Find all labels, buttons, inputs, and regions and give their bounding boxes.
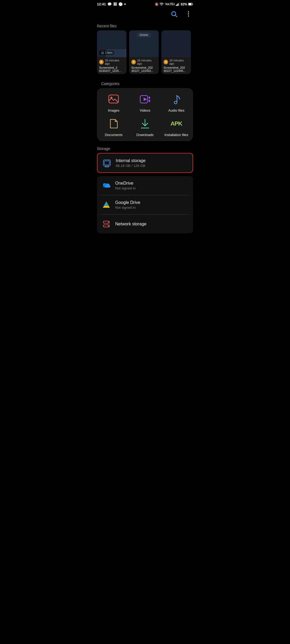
- onedrive-sub: Not signed in: [115, 186, 136, 190]
- status-bar: 12:41 💬 🖼 🕐 🔇 VoLTE1 82%: [93, 0, 197, 7]
- internal-storage-sub: 68.18 GB / 128 GB: [116, 164, 146, 168]
- svg-rect-1: [177, 4, 177, 6]
- videos-icon: [138, 92, 152, 106]
- gallery-icon: 🖼: [113, 2, 117, 6]
- app-badge: B: [99, 60, 104, 64]
- onedrive-icon: [101, 180, 111, 191]
- svg-point-36: [108, 225, 109, 226]
- dot-icon: [124, 3, 126, 5]
- category-images[interactable]: Images: [99, 92, 128, 112]
- svg-line-8: [175, 15, 177, 17]
- svg-point-35: [108, 222, 109, 223]
- categories-grid: Images Videos A: [97, 88, 193, 141]
- svg-rect-25: [104, 161, 109, 165]
- category-documents[interactable]: Documents: [99, 117, 128, 137]
- battery-icon: [188, 3, 193, 6]
- internal-storage-icon: [102, 158, 112, 168]
- downloads-icon: [138, 117, 152, 131]
- category-audio[interactable]: Audio files: [162, 92, 191, 112]
- status-left: 12:41 💬 🖼 🕐: [97, 2, 126, 6]
- svg-marker-32: [103, 206, 110, 208]
- recent-files-label: Recent files: [93, 21, 197, 30]
- more-icon: [185, 10, 192, 17]
- svg-rect-6: [189, 3, 191, 5]
- battery-text: 82%: [181, 2, 187, 6]
- category-downloads[interactable]: Downloads: [130, 117, 160, 137]
- audio-icon: [169, 92, 183, 106]
- storage-internal[interactable]: Internal storage 68.18 GB / 128 GB: [97, 153, 193, 172]
- documents-icon: [107, 117, 121, 131]
- time: 12:41: [97, 2, 106, 6]
- svg-rect-3: [179, 3, 179, 6]
- clock-icon: 🕐: [118, 2, 123, 6]
- images-label: Images: [108, 108, 119, 112]
- onedrive-name: OneDrive: [115, 181, 136, 186]
- svg-marker-17: [144, 98, 147, 101]
- search-icon: [171, 10, 177, 17]
- category-videos[interactable]: Videos: [130, 92, 160, 112]
- audio-label: Audio files: [168, 108, 184, 112]
- recent-files-list: 1 1 item B 16 minutes ago Screenshot_202…: [93, 30, 197, 74]
- apk-label: Installation files: [164, 133, 188, 137]
- downloads-label: Downloads: [136, 133, 154, 137]
- svg-point-10: [188, 13, 189, 14]
- signal-icon: [176, 3, 180, 6]
- search-button[interactable]: [169, 9, 179, 19]
- svg-point-11: [188, 16, 189, 17]
- category-apk[interactable]: APK Installation files: [162, 117, 191, 137]
- app-badge: B: [164, 60, 168, 64]
- storage-label: Storage: [97, 147, 193, 151]
- svg-rect-18: [149, 97, 150, 99]
- googledrive-sub: Not signed in: [115, 206, 140, 210]
- storage-section: Storage Internal storage 68.18 GB / 128 …: [93, 141, 197, 233]
- categories-label: Categories: [97, 78, 193, 88]
- googledrive-icon: [101, 200, 111, 210]
- svg-point-20: [174, 101, 177, 104]
- svg-rect-0: [176, 5, 177, 6]
- app-badge: B: [131, 60, 136, 64]
- googledrive-name: Google Drive: [115, 200, 140, 205]
- internal-storage-name: Internal storage: [116, 158, 146, 163]
- network-storage-icon: [101, 219, 111, 229]
- whatsapp-icon: 💬: [107, 2, 112, 6]
- svg-point-9: [188, 11, 189, 12]
- storage-googledrive[interactable]: Google Drive Not signed in: [97, 195, 193, 214]
- svg-rect-19: [149, 100, 150, 102]
- storage-onedrive[interactable]: OneDrive Not signed in: [97, 176, 193, 195]
- wifi-icon: [160, 3, 164, 6]
- svg-rect-2: [178, 3, 179, 6]
- storage-network[interactable]: Network storage: [97, 215, 193, 233]
- categories-section: Categories Images: [93, 74, 197, 141]
- list-item[interactable]: 1 1 item B 16 minutes ago Screenshot_202…: [97, 30, 126, 74]
- videos-label: Videos: [140, 108, 150, 112]
- recent-files-section: Recent files 1 1 item B 16 minutes ago S…: [93, 21, 197, 74]
- more-options-button[interactable]: [184, 9, 193, 19]
- network-storage-name: Network storage: [115, 222, 147, 226]
- apk-icon: APK: [169, 117, 183, 131]
- list-item[interactable]: Delete B 16 minutes ago Screenshot_20230…: [129, 30, 159, 74]
- svg-rect-5: [193, 4, 193, 5]
- mute-icon: 🔇: [155, 2, 159, 6]
- status-right: 🔇 VoLTE1 82%: [155, 2, 193, 6]
- images-icon: [107, 92, 121, 106]
- documents-label: Documents: [105, 133, 122, 137]
- list-item[interactable]: B 16 minutes ago Screenshot_20230227_122…: [161, 30, 191, 74]
- toolbar: [93, 7, 197, 21]
- signal-text: VoLTE1: [165, 3, 175, 6]
